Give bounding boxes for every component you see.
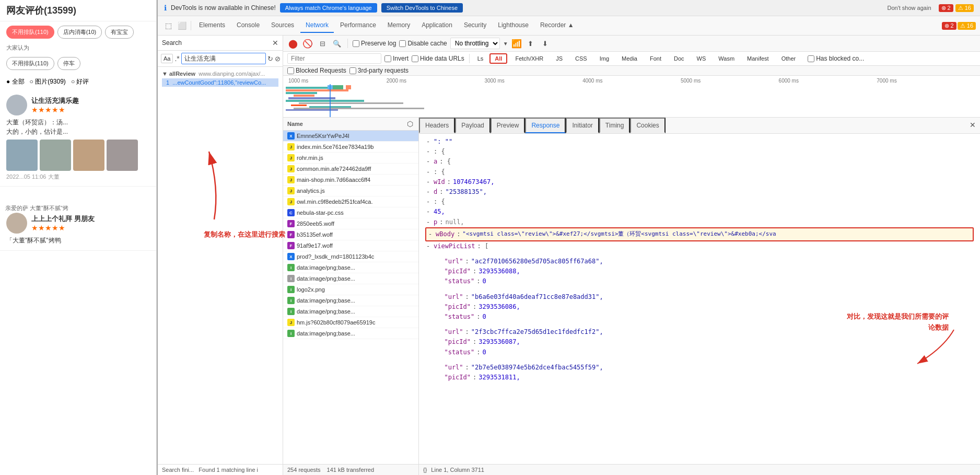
network-sub-toolbar: Blocked Requests 3rd-party requests (283, 66, 980, 76)
filter-icon[interactable]: ⊟ (317, 38, 328, 49)
request-item-3[interactable]: J common.min.afe724462da9ff (283, 164, 418, 175)
has-blocked-label[interactable]: Has blocked co... (808, 55, 864, 62)
disable-cache-label[interactable]: Disable cache (399, 40, 447, 47)
tab-cookies[interactable]: Cookies (630, 118, 665, 133)
tab-initiator[interactable]: Initiator (566, 118, 599, 133)
filter-other-btn[interactable]: Other (777, 54, 801, 63)
invert-checkbox[interactable] (384, 55, 391, 62)
request-item-0[interactable]: X Emnne5KsrYwPeJ4I (283, 131, 418, 142)
filter-all-btn[interactable]: All (489, 53, 507, 64)
search-result-item-1[interactable]: 1 ...ewCountGood":11806,"reviewCo... (162, 78, 278, 87)
search-refresh-icon[interactable]: ↻ (267, 55, 273, 63)
request-item-17[interactable]: J hm.js?602b80cf8079ae65919c (283, 317, 418, 328)
tab-security[interactable]: Security (459, 18, 492, 33)
filter-fetch-xhr-btn[interactable]: Fetch/XHR (510, 54, 548, 63)
tab-console[interactable]: Console (231, 18, 265, 33)
request-item-10[interactable]: F 91af9e17.woff (283, 240, 418, 251)
switch-chinese-button[interactable]: Switch DevTools to Chinese (381, 3, 463, 13)
tag-btn-4[interactable]: 停车 (57, 57, 80, 70)
request-item-12[interactable]: I data:image/png;base... (283, 262, 418, 273)
tab-lighthouse[interactable]: Lighthouse (493, 18, 534, 33)
request-item-8[interactable]: F 2850eeb5.woff (283, 218, 418, 229)
blocked-requests-checkbox[interactable] (287, 67, 294, 74)
request-item-9[interactable]: F b35135ef.woff (283, 229, 418, 240)
tab-preview[interactable]: Preview (491, 118, 526, 133)
request-item-13[interactable]: I data:image/png;base... (283, 273, 418, 284)
tab-recorder[interactable]: Recorder ▲ (535, 18, 579, 33)
filter-input[interactable] (287, 53, 381, 64)
search-panel: Search ✕ Aa .* ↻ ⊘ ▼ allReview www.dianp… (158, 36, 283, 475)
hide-data-urls-checkbox[interactable] (412, 55, 418, 62)
close-details-icon[interactable]: ✕ (965, 118, 980, 133)
dismiss-button[interactable]: Don't show again (884, 3, 934, 13)
tab-memory[interactable]: Memory (382, 18, 415, 33)
tab-elements[interactable]: Elements (194, 18, 230, 33)
filter-wasm-btn[interactable]: Wasm (714, 54, 739, 63)
search-close-icon[interactable]: ✕ (272, 39, 278, 47)
tab-response[interactable]: Response (525, 118, 566, 133)
tab-network[interactable]: Network (300, 18, 334, 33)
blocked-requests-label[interactable]: Blocked Requests (287, 67, 346, 74)
footer-line-col: Line 1, Column 3711 (431, 467, 484, 473)
clear-button[interactable]: 🚫 (302, 38, 313, 49)
preserve-log-checkbox[interactable] (353, 40, 359, 47)
resize-icon[interactable]: ⬡ (406, 120, 414, 128)
filter-manifest-btn[interactable]: Manifest (742, 54, 774, 63)
filter-ls[interactable]: Ls (474, 54, 487, 63)
tab-headers[interactable]: Headers (419, 118, 455, 133)
tab-timing[interactable]: Timing (599, 118, 631, 133)
request-item-2[interactable]: J rohr.min.js (283, 153, 418, 164)
filter-font-btn[interactable]: Font (645, 54, 666, 63)
filter-ws-btn[interactable]: WS (692, 54, 711, 63)
tab-performance[interactable]: Performance (335, 18, 381, 33)
invert-label[interactable]: Invert (384, 55, 409, 62)
throttle-select[interactable]: No throttling (450, 38, 500, 49)
download-icon[interactable]: ⬇ (540, 38, 551, 49)
third-party-checkbox[interactable] (349, 67, 356, 74)
search-input[interactable] (181, 53, 266, 64)
hide-data-urls-label[interactable]: Hide data URLs (412, 55, 464, 62)
request-item-15[interactable]: I data:image/png;base... (283, 295, 418, 306)
has-blocked-checkbox[interactable] (808, 55, 814, 62)
tab-application[interactable]: Application (416, 18, 458, 33)
request-item-6[interactable]: J owl.min.c9f8edeb2f51fcaf4ca. (283, 196, 418, 207)
match-language-button[interactable]: Always match Chrome's language (280, 3, 377, 13)
search-aa-toggle[interactable]: Aa (161, 54, 173, 63)
json-line-2: - : { (425, 147, 974, 157)
json-picid-3: "picId" : 3293536087, (436, 337, 974, 347)
json-picid-2: "picId" : 3293536086, (436, 302, 974, 312)
device-toolbar-icon[interactable]: ⬜ (176, 19, 188, 32)
request-item-18[interactable]: I data:image/png;base... (283, 328, 418, 339)
request-item-16[interactable]: I data:image/png;base... (283, 306, 418, 317)
third-party-label[interactable]: 3rd-party requests (349, 67, 409, 74)
tab-payload[interactable]: Payload (455, 118, 490, 133)
request-item-1[interactable]: J index.min.5ce761ee7834a19b (283, 142, 418, 153)
request-item-7[interactable]: C nebula-star-pc.css (283, 207, 418, 218)
record-button[interactable]: ⬤ (287, 38, 299, 49)
request-item-4[interactable]: J main-shop.min.7d66aacc6ff4 (283, 175, 418, 186)
filter-doc-btn[interactable]: Doc (669, 54, 689, 63)
tag-btn-0[interactable]: 不用排队(110) (6, 26, 54, 39)
request-item-11[interactable]: X prod?_lxsdk_rnd=1801123b4c (283, 251, 418, 262)
element-selector-icon[interactable]: ⬚ (162, 19, 174, 32)
search-clear-icon[interactable]: ⊘ (275, 55, 281, 63)
disable-cache-checkbox[interactable] (399, 40, 406, 47)
tab-sources[interactable]: Sources (266, 18, 299, 33)
filter-css-btn[interactable]: CSS (570, 54, 592, 63)
request-item-5[interactable]: J analytics.js (283, 186, 418, 196)
tag-btn-3[interactable]: 不用排队(110) (6, 57, 54, 70)
filter-img-btn[interactable]: Img (595, 54, 614, 63)
request-list-header: Name ⬡ (283, 118, 418, 131)
upload-icon[interactable]: ⬆ (525, 38, 536, 49)
request-item-14[interactable]: I logo2x.png (283, 284, 418, 295)
search-regex-toggle[interactable]: .* (174, 54, 179, 63)
filter-media-btn[interactable]: Media (617, 54, 642, 63)
search-icon[interactable]: 🔍 (331, 38, 343, 49)
tag-btn-1[interactable]: 店内消毒(10) (57, 26, 102, 39)
tag-btn-2[interactable]: 有宝宝 (105, 26, 134, 39)
review-img-1 (6, 140, 38, 171)
notification-text: DevTools is now available in Chinese! (171, 4, 276, 11)
preserve-log-label[interactable]: Preserve log (353, 40, 396, 47)
request-items[interactable]: X Emnne5KsrYwPeJ4I J index.min.5ce761ee7… (283, 131, 418, 464)
filter-js-btn[interactable]: JS (551, 54, 567, 63)
